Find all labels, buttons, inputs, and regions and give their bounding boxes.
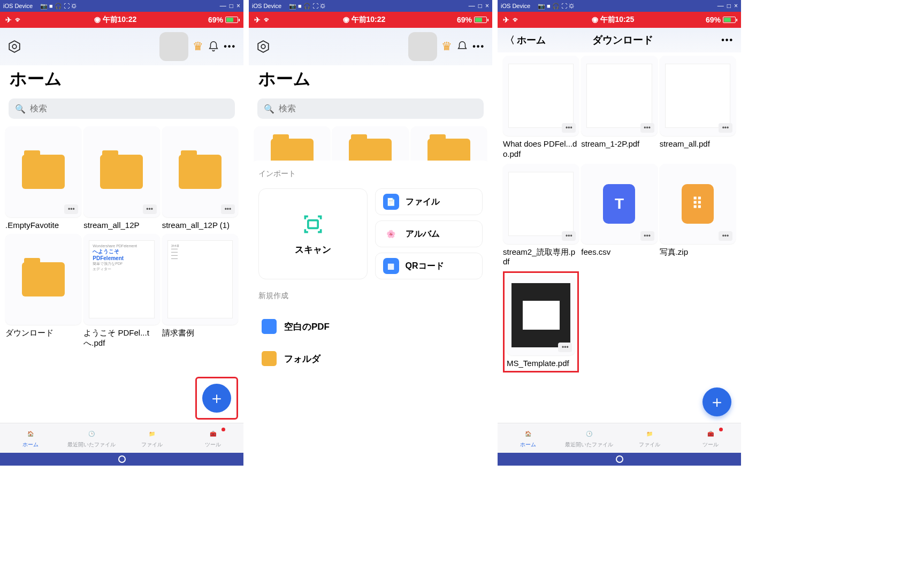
tab-recent[interactable]: 🕒最近開いたファイル (61, 423, 122, 453)
more-icon[interactable]: ••• (472, 42, 485, 51)
item-more-button[interactable]: ••• (64, 204, 78, 214)
search-icon: 🔍 (15, 104, 26, 114)
phone-screen-1: iOS Device 📷 ■ 🎧 ⛶ ⚙ — □ × ✈ᯤ ◉ 午前10:22 … (0, 0, 243, 466)
search-input[interactable] (279, 104, 477, 113)
android-navbar (0, 453, 243, 466)
import-qr-button[interactable]: ▦QRコード (375, 253, 483, 279)
import-file-button[interactable]: 📄ファイル (375, 188, 483, 215)
folder-tab-icon: 📁 (146, 428, 158, 440)
window-controls[interactable]: —□× (469, 2, 489, 10)
folder-tab-icon: 📁 (644, 428, 655, 440)
tab-files[interactable]: 📁ファイル (620, 423, 681, 453)
airplane-icon: ✈ (5, 16, 12, 24)
android-navbar (498, 453, 741, 466)
tab-tools[interactable]: 🧰ツール (182, 423, 243, 453)
clock-icon: 🕒 (583, 428, 595, 440)
import-scan-button[interactable]: スキャン (258, 188, 368, 279)
tab-home[interactable]: 🏠ホーム (0, 423, 61, 453)
tab-home[interactable]: 🏠ホーム (498, 423, 559, 453)
wifi-icon: ᯤ (513, 16, 520, 24)
file-icon: 📄 (383, 194, 399, 210)
item-more-button[interactable]: ••• (562, 123, 576, 133)
item-more-button[interactable]: ••• (719, 123, 732, 133)
titlebar-label: iOS Device (3, 3, 33, 9)
titlebar-label: iOS Device (501, 3, 530, 9)
file-item[interactable]: •••stream_all.pdf (660, 56, 736, 159)
item-more-button[interactable]: ••• (143, 204, 157, 214)
tab-tools[interactable]: 🧰ツール (680, 423, 741, 453)
search-input[interactable] (30, 104, 228, 113)
file-item[interactable]: •••stream_1-2P.pdf (581, 56, 657, 159)
app-header: ♛ ••• (0, 28, 243, 65)
create-folder-button[interactable]: フォルダ (258, 343, 483, 375)
search-bar[interactable]: 🔍 (9, 98, 235, 119)
file-item[interactable]: ⠿•••写真.zip (660, 164, 736, 268)
battery-percent: 69% (208, 16, 223, 24)
recent-thumb[interactable] (408, 32, 437, 61)
item-more-button[interactable]: ••• (221, 204, 235, 214)
bell-icon[interactable] (208, 41, 219, 52)
folder-item[interactable]: ••• stream_all_12P (83, 126, 159, 231)
tab-bar: 🏠ホーム 🕒最近開いたファイル 📁ファイル 🧰ツール (498, 423, 741, 453)
emulator-titlebar: iOS Device 📷 ■ 🎧 ⛶ ⚙ — □ × (0, 0, 243, 12)
csv-icon: T (603, 184, 635, 224)
crown-icon[interactable]: ♛ (193, 40, 203, 54)
tab-files[interactable]: 📁ファイル (122, 423, 183, 453)
create-heading: 新規作成 (258, 291, 483, 301)
airplane-icon: ✈ (503, 16, 509, 24)
pdf-item[interactable]: Wondershare PDFelementへようこそPDFelement簡単で… (83, 234, 159, 348)
window-controls[interactable]: —□× (717, 2, 738, 10)
file-item[interactable]: •••stream2_読取専用.pdf (503, 164, 579, 268)
maximize-icon[interactable]: □ (230, 2, 233, 10)
search-bar[interactable]: 🔍 (257, 98, 484, 119)
download-grid[interactable]: •••What does PDFel...do.pdf •••stream_1-… (498, 52, 741, 423)
settings-icon[interactable] (7, 40, 21, 54)
item-more-button[interactable]: ••• (719, 231, 732, 241)
emulator-titlebar: iOS Device📷 ■ 🎧 ⛶ ⚙ —□× (498, 0, 741, 12)
home-circle-icon[interactable] (118, 455, 126, 463)
phone-screen-3: iOS Device📷 ■ 🎧 ⛶ ⚙ —□× ✈ᯤ ◉ 午前10:25 69%… (498, 0, 741, 466)
folder-icon (262, 351, 277, 366)
file-item[interactable]: •••What does PDFel...do.pdf (503, 56, 579, 159)
item-more-button[interactable]: ••• (640, 231, 654, 241)
airplane-icon: ✈ (254, 16, 261, 24)
wifi-icon: ᯤ (264, 16, 271, 24)
fab-add-button[interactable]: ＋ (702, 387, 731, 416)
folder-item[interactable]: ••• .EmptyFavotite (5, 126, 81, 231)
item-more-button[interactable]: ••• (640, 123, 654, 133)
doc-thumb: 請求書━━━━━━━━━━━━━━━━ (167, 240, 233, 318)
svg-point-3 (261, 44, 265, 49)
window-controls[interactable]: — □ × (220, 2, 240, 10)
close-icon[interactable]: × (236, 2, 240, 10)
emulator-titlebar: iOS Device📷 ■ 🎧 ⛶ ⚙ —□× (249, 0, 492, 12)
pdf-item[interactable]: 請求書━━━━━━━━━━━━━━━━ 請求書例 (162, 234, 238, 348)
bell-icon[interactable] (456, 41, 468, 52)
badge-dot (719, 428, 723, 431)
folder-item[interactable]: ダウンロード (5, 234, 81, 348)
doc-thumb (508, 64, 574, 128)
tab-recent[interactable]: 🕒最近開いたファイル (559, 423, 620, 453)
more-icon[interactable]: ••• (721, 35, 734, 45)
item-more-button[interactable]: ••• (562, 231, 576, 241)
recent-thumb[interactable] (159, 32, 188, 61)
item-more-button[interactable]: ••• (558, 343, 572, 352)
ios-status-bar: ✈ᯤ ◉ 午前10:22 69% (0, 12, 243, 28)
minimize-icon[interactable]: — (220, 2, 226, 10)
home-circle-icon[interactable] (616, 455, 623, 463)
import-album-button[interactable]: 🌸アルバム (375, 220, 483, 247)
ios-status-bar: ✈ᯤ ◉ 午前10:25 69% (498, 12, 741, 28)
svg-rect-4 (308, 220, 318, 228)
doc-thumb (665, 64, 730, 128)
settings-icon[interactable] (256, 40, 270, 54)
status-time: 午前10:22 (103, 15, 137, 24)
crown-icon[interactable]: ♛ (441, 40, 452, 54)
create-blank-pdf-button[interactable]: 空白のPDF (258, 310, 483, 343)
more-icon[interactable]: ••• (224, 42, 236, 51)
svg-marker-0 (9, 41, 20, 52)
home-icon: 🏠 (522, 428, 534, 440)
fab-add-button[interactable]: ＋ (202, 384, 231, 413)
file-item[interactable]: T•••fees.csv (581, 164, 657, 268)
file-item-highlighted[interactable]: ••• MS_Template.pdf (503, 271, 579, 372)
folder-item[interactable]: ••• stream_all_12P (1) (162, 126, 238, 231)
tab-bar: 🏠ホーム 🕒最近開いたファイル 📁ファイル 🧰ツール (0, 423, 243, 453)
